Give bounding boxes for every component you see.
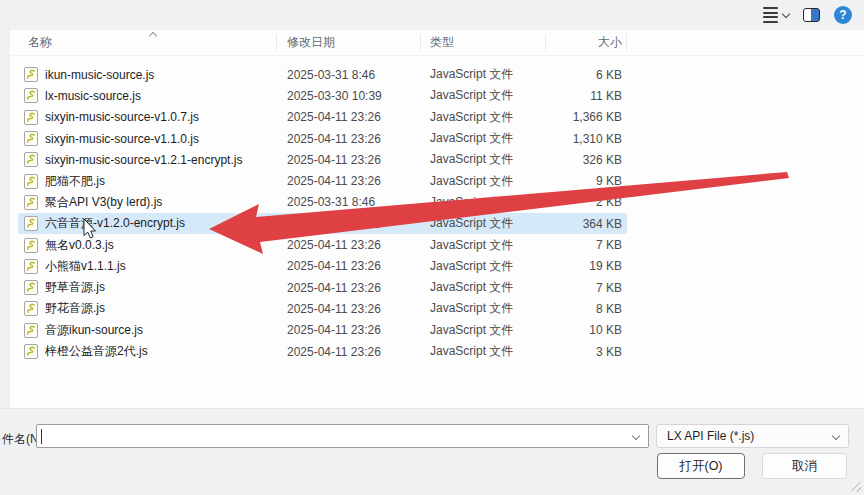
file-size: 19 KB	[546, 259, 627, 273]
file-open-dialog: ? 名称 修改日期 类型 大小 ikun-music-source.js 202…	[0, 0, 864, 495]
file-size: 10 KB	[546, 323, 627, 337]
help-button[interactable]: ?	[834, 6, 852, 24]
chevron-down-icon[interactable]	[632, 432, 640, 440]
file-date-modified: 2025-03-31 8:46	[277, 195, 421, 209]
file-name: 肥猫不肥.js	[45, 173, 105, 190]
file-row[interactable]: 音源ikun-source.js 2025-04-11 23:26 JavaSc…	[10, 320, 627, 341]
file-row[interactable]: ikun-music-source.js 2025-03-31 8:46 Jav…	[10, 64, 627, 85]
js-file-icon	[24, 110, 38, 125]
file-date-modified: 2025-04-11 23:26	[277, 238, 421, 252]
file-name: 梓橙公益音源2代.js	[45, 343, 148, 360]
js-file-icon	[24, 301, 38, 316]
file-row[interactable]: 小熊猫v1.1.1.js 2025-04-11 23:26 JavaScript…	[10, 256, 627, 277]
file-name: 無名v0.0.3.js	[45, 237, 114, 254]
dialog-footer: 件名(N): LX API File (*.js) 打开(O) 取消	[0, 408, 864, 495]
file-list: ikun-music-source.js 2025-03-31 8:46 Jav…	[10, 64, 627, 362]
file-size: 11 KB	[546, 89, 627, 103]
resize-grip-icon[interactable]	[849, 480, 861, 492]
file-date-modified: 2025-04-11 23:26	[277, 281, 421, 295]
file-name: sixyin-music-source-v1.0.7.js	[45, 110, 199, 124]
column-header-date-modified[interactable]: 修改日期	[277, 30, 421, 55]
file-date-modified: 2025-04-11 23:26	[277, 302, 421, 316]
file-date-modified: 2025-04-11 23:26	[277, 153, 421, 167]
file-row[interactable]: sixyin-music-source-v1.1.0.js 2025-04-11…	[10, 128, 627, 149]
file-name: 小熊猫v1.1.1.js	[45, 258, 126, 275]
file-type: JavaScript 文件	[421, 215, 546, 232]
file-size: 364 KB	[546, 217, 627, 231]
file-size: 6 KB	[546, 68, 627, 82]
cancel-button[interactable]: 取消	[762, 453, 847, 479]
file-type: JavaScript 文件	[421, 194, 546, 211]
js-file-icon	[24, 344, 38, 359]
js-file-icon	[24, 259, 38, 274]
file-type: JavaScript 文件	[421, 300, 546, 317]
file-size: 9 KB	[546, 174, 627, 188]
file-date-modified: 2025-04-11 23:26	[277, 323, 421, 337]
file-row[interactable]: 六音音源-v1.2.0-encrypt.js 2025-04-11 23:26 …	[10, 213, 627, 234]
filetype-value: LX API File (*.js)	[667, 429, 754, 443]
file-row[interactable]: 聚合API V3(by lerd).js 2025-03-31 8:46 Jav…	[10, 192, 627, 213]
file-type: JavaScript 文件	[421, 322, 546, 339]
file-type: JavaScript 文件	[421, 173, 546, 190]
column-header-name[interactable]: 名称	[10, 30, 277, 55]
column-header-type[interactable]: 类型	[421, 30, 546, 55]
js-file-icon	[24, 323, 38, 338]
list-view-icon	[763, 7, 778, 23]
filename-combobox[interactable]	[36, 424, 649, 448]
column-headers: 名称 修改日期 类型 大小	[10, 30, 864, 56]
file-name: sixyin-music-source-v1.1.0.js	[45, 132, 199, 146]
file-type: JavaScript 文件	[421, 258, 546, 275]
js-file-icon	[24, 174, 38, 189]
file-row[interactable]: 野花音源.js 2025-04-11 23:26 JavaScript 文件 8…	[10, 298, 627, 319]
js-file-icon	[24, 67, 38, 82]
preview-pane-button[interactable]	[803, 8, 820, 22]
file-date-modified: 2025-04-11 23:26	[277, 345, 421, 359]
filetype-dropdown[interactable]: LX API File (*.js)	[656, 424, 849, 448]
file-row[interactable]: 梓橙公益音源2代.js 2025-04-11 23:26 JavaScript …	[10, 341, 627, 362]
file-name: 六音音源-v1.2.0-encrypt.js	[45, 215, 185, 232]
file-type: JavaScript 文件	[421, 237, 546, 254]
js-file-icon	[24, 195, 38, 210]
file-date-modified: 2025-04-11 23:26	[277, 132, 421, 146]
file-type: JavaScript 文件	[421, 279, 546, 296]
file-name: lx-music-source.js	[45, 89, 141, 103]
file-type: JavaScript 文件	[421, 130, 546, 147]
js-file-icon	[24, 238, 38, 253]
filename-input[interactable]	[41, 426, 624, 446]
file-type: JavaScript 文件	[421, 343, 546, 360]
file-date-modified: 2025-04-11 23:26	[277, 110, 421, 124]
file-date-modified: 2025-04-11 23:26	[277, 174, 421, 188]
file-size: 7 KB	[546, 238, 627, 252]
dialog-toolbar: ?	[0, 0, 864, 30]
file-size: 1,366 KB	[546, 110, 627, 124]
file-row[interactable]: 野草音源.js 2025-04-11 23:26 JavaScript 文件 7…	[10, 277, 627, 298]
file-type: JavaScript 文件	[421, 109, 546, 126]
view-options-button[interactable]	[763, 7, 789, 23]
file-row[interactable]: sixyin-music-source-v1.2.1-encrypt.js 20…	[10, 149, 627, 170]
file-type: JavaScript 文件	[421, 66, 546, 83]
chevron-down-icon	[782, 9, 790, 17]
preview-pane-icon	[803, 8, 820, 22]
file-size: 1,310 KB	[546, 132, 627, 146]
file-name: 野花音源.js	[45, 300, 105, 317]
file-size: 2 KB	[546, 195, 627, 209]
js-file-icon	[24, 216, 38, 231]
js-file-icon	[24, 152, 38, 167]
column-header-size[interactable]: 大小	[546, 30, 627, 55]
file-date-modified: 2025-04-11 23:26	[277, 259, 421, 273]
file-name: 聚合API V3(by lerd).js	[45, 194, 162, 211]
file-type: JavaScript 文件	[421, 87, 546, 104]
open-button[interactable]: 打开(O)	[657, 453, 745, 479]
file-row[interactable]: sixyin-music-source-v1.0.7.js 2025-04-11…	[10, 107, 627, 128]
file-name: 音源ikun-source.js	[45, 322, 143, 339]
file-date-modified: 2025-04-11 23:26	[277, 217, 421, 231]
file-row[interactable]: 無名v0.0.3.js 2025-04-11 23:26 JavaScript …	[10, 234, 627, 255]
file-date-modified: 2025-03-30 10:39	[277, 89, 421, 103]
help-icon: ?	[834, 6, 852, 24]
file-date-modified: 2025-03-31 8:46	[277, 68, 421, 82]
file-name: 野草音源.js	[45, 279, 105, 296]
file-row[interactable]: 肥猫不肥.js 2025-04-11 23:26 JavaScript 文件 9…	[10, 170, 627, 191]
file-row[interactable]: lx-music-source.js 2025-03-30 10:39 Java…	[10, 85, 627, 106]
file-size: 326 KB	[546, 153, 627, 167]
file-name: sixyin-music-source-v1.2.1-encrypt.js	[45, 153, 242, 167]
